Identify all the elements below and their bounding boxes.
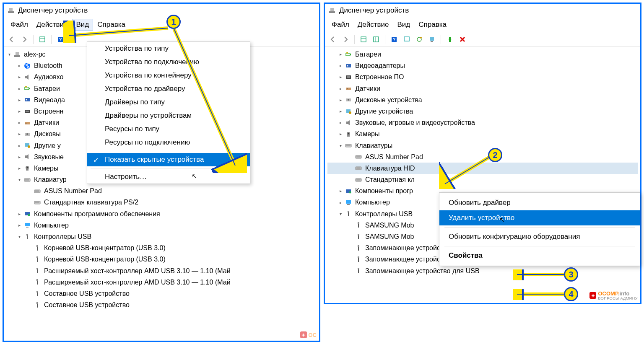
chevron-right-icon[interactable]: ▸: [338, 85, 343, 92]
svg-rect-70: [431, 41, 433, 42]
tree-node[interactable]: Расширяемый хост-контроллер AMD USB 3.10…: [6, 265, 317, 277]
tree-node-label: Расширяемый хост-контроллер AMD USB 3.10…: [44, 277, 231, 288]
context-menu-item[interactable]: Удалить устройство: [439, 210, 640, 225]
chevron-right-icon[interactable]: ▸: [338, 187, 343, 194]
view-menu-item[interactable]: Устройства по контейнеру: [87, 69, 250, 82]
menu-item-вид[interactable]: Вид: [72, 19, 93, 31]
tree-node[interactable]: Запоминающее устройство для USB: [327, 265, 638, 277]
view-menu-item[interactable]: Устройства по подключению: [87, 55, 250, 69]
mon-icon: [23, 221, 31, 229]
tree-node[interactable]: ▸Встроенное ПО: [327, 71, 638, 83]
toolbar-icon[interactable]: [414, 34, 425, 45]
chevron-right-icon[interactable]: ▸: [338, 119, 343, 126]
menubar: ФайлДействиеВидСправка: [325, 17, 640, 32]
menu-item-вид[interactable]: Вид: [393, 19, 415, 31]
menu-item-файл[interactable]: Файл: [327, 19, 353, 31]
tree-node[interactable]: ASUS Number Pad: [327, 151, 638, 163]
view-menu-item[interactable]: Драйверы по устройствам: [87, 109, 250, 122]
tree-node[interactable]: Корневой USB-концентратор (USB 3.0): [6, 254, 317, 265]
tree-node[interactable]: Клавиатура HID: [327, 163, 638, 174]
chevron-right-icon[interactable]: ▸: [16, 142, 22, 149]
svg-point-25: [27, 167, 28, 168]
chevron-right-icon[interactable]: ▸: [338, 130, 343, 137]
toolbar-icon[interactable]: [371, 34, 382, 45]
chevron-down-icon[interactable]: ▾: [338, 142, 343, 149]
tree-node[interactable]: Корневой USB-концентратор (USB 3.0): [6, 242, 317, 254]
context-menu-item[interactable]: Свойства: [439, 248, 640, 263]
svg-rect-72: [346, 53, 350, 56]
chevron-right-icon[interactable]: ▸: [16, 85, 22, 92]
forward-button[interactable]: [340, 34, 351, 45]
delete-button[interactable]: [457, 34, 468, 45]
chevron-right-icon[interactable]: ▸: [16, 165, 22, 172]
chevron-right-icon[interactable]: ▸: [338, 51, 343, 58]
tree-node-label: Батареи: [34, 83, 60, 94]
tree-node[interactable]: Составное USB устройство: [6, 299, 317, 310]
help-button[interactable]: ?: [389, 34, 400, 45]
back-button[interactable]: [6, 34, 17, 45]
chevron-right-icon[interactable]: ▸: [338, 108, 343, 115]
chevron-right-icon[interactable]: ▸: [16, 108, 22, 115]
menu-item-справка[interactable]: Справка: [93, 19, 130, 31]
menu-item-справка[interactable]: Справка: [414, 19, 451, 31]
context-menu-item[interactable]: Обновить драйвер: [439, 195, 640, 210]
toolbar-icon[interactable]: [444, 34, 455, 45]
chevron-right-icon[interactable]: ▸: [16, 62, 22, 69]
toolbar-icon[interactable]: [401, 34, 412, 45]
view-menu-item[interactable]: ✓Показать скрытые устройства: [87, 153, 250, 166]
chevron-right-icon[interactable]: ▸: [16, 210, 22, 217]
help-button[interactable]: ?: [55, 34, 66, 45]
chevron-down-icon[interactable]: ▾: [6, 51, 12, 58]
context-menu-item[interactable]: Обновить конфигурацию оборудования: [439, 229, 640, 244]
tree-node[interactable]: ▾Клавиатуры: [327, 140, 638, 151]
view-menu-item[interactable]: Драйверы по типу: [87, 96, 250, 109]
chevron-right-icon[interactable]: ▸: [16, 130, 22, 137]
view-menu-item[interactable]: Устройства по типу: [87, 42, 250, 55]
tree-node[interactable]: ▸Компьютер: [6, 220, 317, 231]
chevron-right-icon[interactable]: ▸: [338, 73, 343, 80]
chevron-right-icon[interactable]: ▸: [16, 222, 22, 229]
tree-node[interactable]: Стандартная кл: [327, 174, 638, 185]
chevron-right-icon[interactable]: ▸: [16, 73, 22, 80]
svg-rect-88: [347, 135, 350, 137]
menu-item-действие[interactable]: Действие: [353, 19, 393, 31]
tree-node[interactable]: ASUS Number Pad: [6, 185, 317, 197]
view-menu-item[interactable]: Настроить…: [87, 170, 250, 184]
tree-node[interactable]: ▸Батареи: [327, 49, 638, 60]
chevron-right-icon[interactable]: ▸: [338, 199, 343, 206]
tree-node[interactable]: ▾Контроллеры USB: [6, 231, 317, 242]
context-menu[interactable]: Обновить драйверУдалить устройствоОбнови…: [439, 192, 640, 266]
tree-node[interactable]: ▸Дисковые устройства: [327, 94, 638, 106]
menu-item-файл[interactable]: Файл: [6, 19, 32, 31]
view-menu-item[interactable]: Устройства по драйверу: [87, 82, 250, 96]
tree-node[interactable]: Стандартная клавиатура PS/2: [6, 197, 317, 208]
view-menu[interactable]: Устройства по типуУстройства по подключе…: [87, 41, 250, 184]
tree-node[interactable]: Составное USB устройство: [6, 288, 317, 299]
view-menu-item[interactable]: Ресурсы по подключению: [87, 136, 250, 149]
chevron-right-icon[interactable]: ▸: [338, 96, 343, 103]
tree-node[interactable]: ▸Датчики: [327, 83, 638, 94]
back-button[interactable]: [327, 34, 338, 45]
view-menu-item[interactable]: Ресурсы по типу: [87, 122, 250, 136]
chevron-down-icon[interactable]: ▾: [338, 210, 343, 217]
tree-node[interactable]: Расширяемый хост-контроллер AMD USB 3.10…: [6, 277, 317, 288]
chevron-down-icon[interactable]: ▾: [16, 176, 22, 183]
toolbar-icon[interactable]: [37, 34, 48, 45]
tree-node[interactable]: ▸Звуковые, игровые и видеоустройства: [327, 117, 638, 128]
watermark: +OC: [300, 331, 317, 338]
toolbar-icon[interactable]: [426, 34, 437, 45]
tree-node[interactable]: ▸Другие устройства: [327, 106, 638, 117]
chevron-right-icon[interactable]: ▸: [16, 119, 22, 126]
sw-icon: [23, 210, 31, 217]
tree-node[interactable]: ▸Видеоадаптеры: [327, 60, 638, 71]
tree-node[interactable]: ▸Камеры: [327, 128, 638, 140]
chevron-right-icon[interactable]: ▸: [16, 96, 22, 103]
chevron-right-icon[interactable]: ▸: [338, 62, 343, 69]
chevron-right-icon[interactable]: ▸: [16, 153, 22, 160]
menu-item-действие[interactable]: Действие: [32, 19, 72, 31]
usb-icon: [33, 278, 42, 286]
chevron-down-icon[interactable]: ▾: [16, 233, 22, 240]
tree-node[interactable]: ▸Компоненты программного обеспечения: [6, 208, 317, 220]
toolbar-icon[interactable]: [358, 34, 369, 45]
forward-button[interactable]: [19, 34, 30, 45]
